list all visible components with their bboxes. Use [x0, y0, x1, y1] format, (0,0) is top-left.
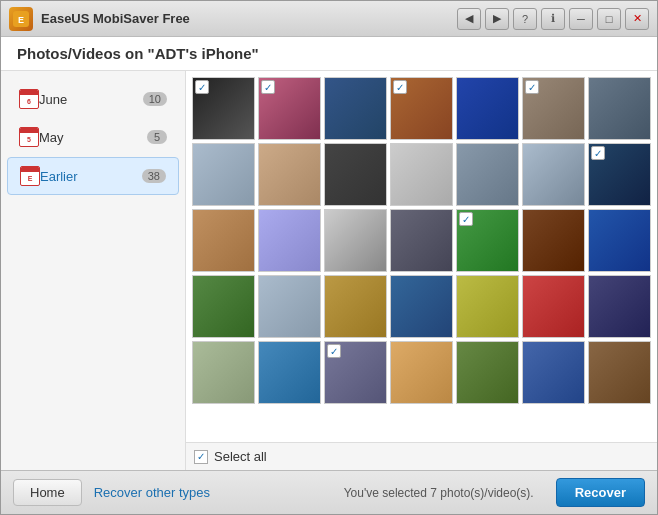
photo-checkbox: ✓	[591, 146, 605, 160]
sidebar-label-may: May	[39, 130, 147, 145]
close-btn[interactable]: ✕	[625, 8, 649, 30]
sidebar-item-earlier[interactable]: E Earlier 38	[7, 157, 179, 195]
page-title-bar: Photos/Videos on "ADT's iPhone"	[1, 37, 657, 71]
photo-thumb[interactable]: ✓	[258, 77, 321, 140]
info-btn[interactable]: ℹ	[541, 8, 565, 30]
titlebar: E EaseUS MobiSaver Free ◀ ▶ ? ℹ ─ □ ✕	[1, 1, 657, 37]
photo-thumb[interactable]	[456, 77, 519, 140]
photo-thumb[interactable]: ✓	[324, 341, 387, 404]
calendar-icon-may: 5	[19, 127, 39, 147]
calendar-icon-earlier: E	[20, 166, 40, 186]
photo-thumb[interactable]: ✓	[456, 209, 519, 272]
photo-thumb[interactable]	[192, 275, 255, 338]
app-window: E EaseUS MobiSaver Free ◀ ▶ ? ℹ ─ □ ✕ Ph…	[0, 0, 658, 515]
nav-forward-btn[interactable]: ▶	[485, 8, 509, 30]
photo-thumb[interactable]	[456, 341, 519, 404]
photo-thumb[interactable]	[522, 275, 585, 338]
photo-thumb[interactable]	[390, 275, 453, 338]
svg-text:E: E	[18, 15, 24, 25]
photo-thumb[interactable]	[456, 143, 519, 206]
photo-thumb[interactable]	[588, 341, 651, 404]
photo-thumb[interactable]	[324, 275, 387, 338]
sidebar-label-june: June	[39, 92, 143, 107]
photo-thumb[interactable]	[588, 275, 651, 338]
calendar-icon-june: 6	[19, 89, 39, 109]
sidebar-item-june[interactable]: 6 June 10	[7, 81, 179, 117]
footer: Home Recover other types You've selected…	[1, 470, 657, 514]
photo-thumb[interactable]	[522, 143, 585, 206]
app-logo: E	[9, 7, 33, 31]
photo-thumb[interactable]	[192, 143, 255, 206]
page-title: Photos/Videos on "ADT's iPhone"	[17, 45, 641, 62]
photo-thumb[interactable]	[324, 143, 387, 206]
photo-thumb[interactable]	[192, 341, 255, 404]
photo-thumb[interactable]: ✓	[192, 77, 255, 140]
photo-thumb[interactable]	[390, 209, 453, 272]
window-title: EaseUS MobiSaver Free	[41, 11, 457, 26]
photo-thumb[interactable]	[258, 341, 321, 404]
photo-thumb[interactable]	[324, 77, 387, 140]
help-btn[interactable]: ?	[513, 8, 537, 30]
photo-checkbox: ✓	[393, 80, 407, 94]
sidebar-item-may[interactable]: 5 May 5	[7, 119, 179, 155]
photo-checkbox: ✓	[261, 80, 275, 94]
photo-checkbox: ✓	[195, 80, 209, 94]
photo-thumb[interactable]	[390, 341, 453, 404]
photo-thumb[interactable]	[258, 143, 321, 206]
select-all-bar: ✓ Select all	[186, 442, 657, 470]
photo-thumb[interactable]	[390, 143, 453, 206]
recover-button[interactable]: Recover	[556, 478, 645, 507]
photo-checkbox: ✓	[459, 212, 473, 226]
photo-checkbox: ✓	[327, 344, 341, 358]
maximize-btn[interactable]: □	[597, 8, 621, 30]
nav-back-btn[interactable]: ◀	[457, 8, 481, 30]
photo-thumb[interactable]: ✓	[588, 143, 651, 206]
photo-thumb[interactable]	[522, 341, 585, 404]
home-button[interactable]: Home	[13, 479, 82, 506]
main-content: 6 June 10 5 May 5 E Earlier 38	[1, 71, 657, 470]
sidebar-badge-earlier: 38	[142, 169, 166, 183]
photo-thumb[interactable]	[258, 275, 321, 338]
photo-thumb[interactable]	[324, 209, 387, 272]
minimize-btn[interactable]: ─	[569, 8, 593, 30]
recover-other-types-link[interactable]: Recover other types	[94, 485, 332, 500]
photo-grid: ✓✓✓✓✓✓✓	[192, 77, 651, 404]
photo-area: ✓✓✓✓✓✓✓ ✓ Select all	[186, 71, 657, 470]
sidebar-label-earlier: Earlier	[40, 169, 142, 184]
photo-checkbox: ✓	[525, 80, 539, 94]
photo-grid-container[interactable]: ✓✓✓✓✓✓✓	[186, 71, 657, 442]
photo-thumb[interactable]	[258, 209, 321, 272]
select-all-label[interactable]: Select all	[214, 449, 267, 464]
window-controls: ◀ ▶ ? ℹ ─ □ ✕	[457, 8, 649, 30]
photo-thumb[interactable]	[588, 209, 651, 272]
sidebar: 6 June 10 5 May 5 E Earlier 38	[1, 71, 186, 470]
photo-thumb[interactable]	[456, 275, 519, 338]
photo-thumb[interactable]	[522, 209, 585, 272]
sidebar-badge-june: 10	[143, 92, 167, 106]
sidebar-badge-may: 5	[147, 130, 167, 144]
footer-status: You've selected 7 photo(s)/video(s).	[344, 486, 534, 500]
photo-thumb[interactable]	[192, 209, 255, 272]
select-all-checkbox[interactable]: ✓	[194, 450, 208, 464]
photo-thumb[interactable]	[588, 77, 651, 140]
photo-thumb[interactable]: ✓	[522, 77, 585, 140]
photo-thumb[interactable]: ✓	[390, 77, 453, 140]
